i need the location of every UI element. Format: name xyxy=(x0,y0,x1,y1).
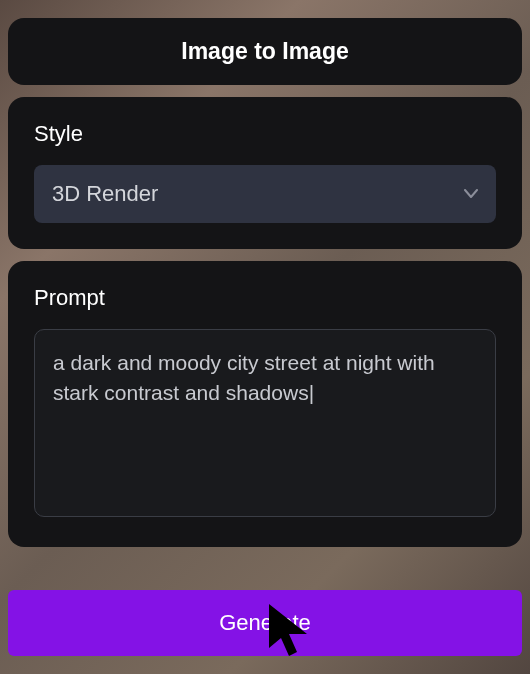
prompt-section: Prompt xyxy=(8,261,522,547)
dialog-title: Image to Image xyxy=(24,38,506,65)
dialog-header: Image to Image xyxy=(8,18,522,85)
style-select[interactable]: 3D Render xyxy=(34,165,496,223)
generate-button[interactable]: Generate xyxy=(8,590,522,656)
image-to-image-dialog: Image to Image Style 3D Render Prompt xyxy=(8,18,522,547)
style-section: Style 3D Render xyxy=(8,97,522,249)
style-select-wrapper: 3D Render xyxy=(34,165,496,223)
style-label: Style xyxy=(34,121,496,147)
prompt-label: Prompt xyxy=(34,285,496,311)
prompt-input[interactable] xyxy=(34,329,496,517)
